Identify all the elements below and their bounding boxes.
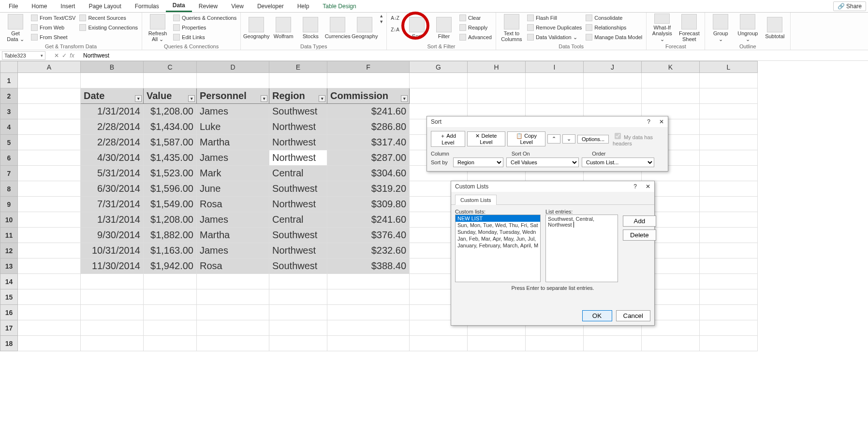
cell-E4[interactable]: Northwest xyxy=(269,119,327,135)
cell-J2[interactable] xyxy=(584,88,642,104)
row-header-4[interactable]: 4 xyxy=(0,119,18,135)
cell-A11[interactable] xyxy=(18,228,81,243)
name-box[interactable]: Table323▾ xyxy=(2,51,45,60)
ungroup-button[interactable]: Ungroup ⌄ xyxy=(735,14,760,43)
formula-input[interactable] xyxy=(81,51,868,60)
cell-B7[interactable]: 5/31/2014 xyxy=(81,166,144,181)
cell-A14[interactable] xyxy=(18,274,81,289)
filter-dropdown-icon[interactable]: ▾ xyxy=(319,95,325,102)
data-type-currencies[interactable]: Currencies xyxy=(325,14,350,43)
data-type-geography[interactable]: Geography xyxy=(244,14,269,43)
sort-options-button[interactable]: Options... xyxy=(577,135,609,144)
edit-links-button[interactable]: Edit Links xyxy=(172,33,237,42)
cell-D10[interactable]: James xyxy=(197,212,269,228)
cell-B1[interactable] xyxy=(81,73,144,88)
cell-E1[interactable] xyxy=(269,73,327,88)
row-header-1[interactable]: 1 xyxy=(0,73,18,88)
share-button[interactable]: 🔗 Share xyxy=(833,1,866,11)
column-header-J[interactable]: J xyxy=(584,61,642,73)
cell-D13[interactable]: Rosa xyxy=(197,258,269,274)
cell-C3[interactable]: $1,208.00 xyxy=(144,104,197,119)
cancel-button[interactable]: Cancel xyxy=(616,310,651,321)
cell-C11[interactable]: $1,882.00 xyxy=(144,228,197,243)
cell-D4[interactable]: Luke xyxy=(197,119,269,135)
cell-B4[interactable]: 2/28/2014 xyxy=(81,119,144,135)
cell-B18[interactable] xyxy=(81,336,144,351)
subtotal-button[interactable]: Subtotal xyxy=(762,14,787,43)
cell-C12[interactable]: $1,163.00 xyxy=(144,243,197,258)
row-header-3[interactable]: 3 xyxy=(0,104,18,119)
cell-E7[interactable]: Central xyxy=(269,166,327,181)
cell-D16[interactable] xyxy=(197,305,269,320)
cell-C17[interactable] xyxy=(144,320,197,336)
cell-H1[interactable] xyxy=(468,73,526,88)
cell-L2[interactable] xyxy=(700,88,758,104)
cell-B14[interactable] xyxy=(81,274,144,289)
cell-C14[interactable] xyxy=(144,274,197,289)
cell-C13[interactable]: $1,942.00 xyxy=(144,258,197,274)
cell-E13[interactable]: Southwest xyxy=(269,258,327,274)
cell-F6[interactable]: $287.00 xyxy=(327,150,410,166)
cell-F13[interactable]: $388.40 xyxy=(327,258,410,274)
cell-E16[interactable] xyxy=(269,305,327,320)
cell-C10[interactable]: $1,208.00 xyxy=(144,212,197,228)
row-header-15[interactable]: 15 xyxy=(0,289,18,305)
column-header-K[interactable]: K xyxy=(642,61,700,73)
cell-A18[interactable] xyxy=(18,336,81,351)
remove-duplicates-button[interactable]: Remove Duplicates xyxy=(526,23,583,32)
cell-D8[interactable]: June xyxy=(197,181,269,197)
cell-I1[interactable] xyxy=(526,73,584,88)
cell-L1[interactable] xyxy=(700,73,758,88)
cell-E14[interactable] xyxy=(269,274,327,289)
delete-level-button[interactable]: ✕ Delete Level xyxy=(467,131,506,146)
cell-H2[interactable] xyxy=(468,88,526,104)
properties-button[interactable]: Properties xyxy=(172,23,237,32)
tab-home[interactable]: Home xyxy=(25,1,54,12)
cell-C4[interactable]: $1,434.00 xyxy=(144,119,197,135)
manage-data-model-button[interactable]: Manage Data Model xyxy=(585,33,643,42)
column-header-L[interactable]: L xyxy=(700,61,758,73)
cell-F5[interactable]: $317.40 xyxy=(327,135,410,150)
cell-C6[interactable]: $1,435.00 xyxy=(144,150,197,166)
fx-icon[interactable]: fx xyxy=(70,52,74,59)
tab-help[interactable]: Help xyxy=(291,1,316,12)
column-header-I[interactable]: I xyxy=(526,61,584,73)
column-header-A[interactable]: A xyxy=(18,61,81,73)
row-header-11[interactable]: 11 xyxy=(0,228,18,243)
cell-A1[interactable] xyxy=(18,73,81,88)
cell-D14[interactable] xyxy=(197,274,269,289)
recent-sources-button[interactable]: Recent Sources xyxy=(78,14,139,22)
column-header-F[interactable]: F xyxy=(327,61,410,73)
reapply-button[interactable]: Reapply xyxy=(458,23,493,32)
cell-L8[interactable] xyxy=(700,181,758,197)
cell-F3[interactable]: $241.60 xyxy=(327,104,410,119)
sort-desc-button[interactable]: Z↓A xyxy=(390,25,400,34)
cell-F7[interactable]: $304.60 xyxy=(327,166,410,181)
cell-L12[interactable] xyxy=(700,243,758,258)
row-header-10[interactable]: 10 xyxy=(0,212,18,228)
tab-formulas[interactable]: Formulas xyxy=(128,1,166,12)
cell-L17[interactable] xyxy=(700,320,758,336)
cell-D15[interactable] xyxy=(197,289,269,305)
cell-L10[interactable] xyxy=(700,212,758,228)
cell-B5[interactable]: 2/28/2014 xyxy=(81,135,144,150)
forecast-sheet-button[interactable]: Forecast Sheet xyxy=(677,14,702,43)
filter-dropdown-icon[interactable]: ▾ xyxy=(135,95,142,102)
cell-A16[interactable] xyxy=(18,305,81,320)
cell-D6[interactable]: James xyxy=(197,150,269,166)
data-type-wolfram[interactable]: Wolfram xyxy=(271,14,296,43)
cell-E17[interactable] xyxy=(269,320,327,336)
enter-icon[interactable]: ✓ xyxy=(62,52,67,59)
cell-B10[interactable]: 1/31/2014 xyxy=(81,212,144,228)
list-entries-input[interactable]: Southwest, Central, Northwest xyxy=(545,215,618,282)
cell-B3[interactable]: 1/31/2014 xyxy=(81,104,144,119)
cell-C2[interactable]: Value▾ xyxy=(144,88,197,104)
row-header-7[interactable]: 7 xyxy=(0,166,18,181)
cell-E2[interactable]: Region▾ xyxy=(269,88,327,104)
cell-B13[interactable]: 11/30/2014 xyxy=(81,258,144,274)
clear-button[interactable]: Clear xyxy=(458,14,493,22)
delete-button[interactable]: Delete xyxy=(623,230,656,241)
relationships-button[interactable]: Relationships xyxy=(585,23,643,32)
cell-D18[interactable] xyxy=(197,336,269,351)
copy-level-button[interactable]: 📋 Copy Level xyxy=(507,131,545,146)
